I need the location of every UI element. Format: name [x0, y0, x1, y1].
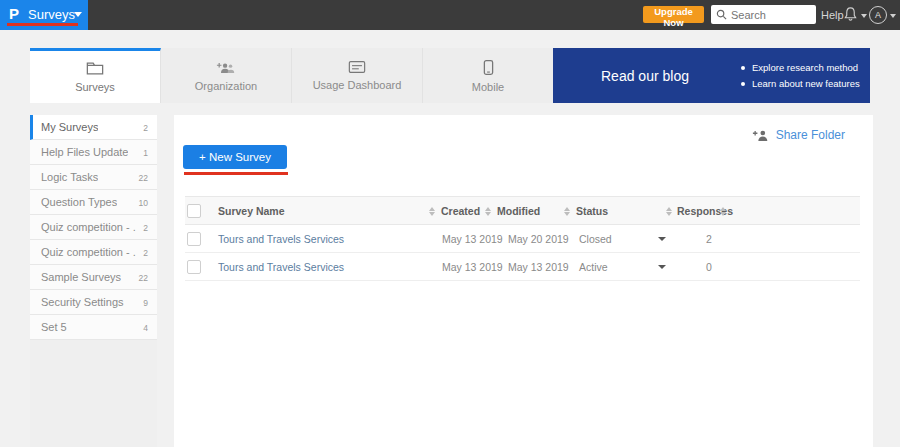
user-avatar[interactable]: A	[869, 6, 887, 24]
table-row: Tours and Travels Services May 13 2019 M…	[185, 225, 860, 253]
red-underline-annotation	[7, 23, 78, 26]
red-underline-annotation	[184, 172, 288, 175]
sidebar-item-count: 2	[143, 248, 148, 258]
share-person-add-icon	[752, 129, 770, 142]
search-box[interactable]	[711, 5, 816, 24]
status-dropdown-caret-icon[interactable]	[658, 265, 666, 269]
sidebar-item-count: 4	[143, 323, 148, 333]
mobile-icon	[483, 59, 494, 76]
row-checkbox[interactable]	[187, 232, 201, 246]
sidebar-item-quiz-competition-2[interactable]: Quiz competition - ... 2	[30, 240, 157, 265]
row-checkbox[interactable]	[187, 260, 201, 274]
tab-label: Usage Dashboard	[313, 79, 402, 91]
sort-icon[interactable]	[666, 207, 673, 216]
sidebar-item-label: Help Files Update	[41, 146, 128, 158]
bell-dropdown-caret-icon[interactable]	[861, 14, 867, 18]
col-created[interactable]: Created	[441, 205, 480, 217]
proprofs-logo-icon: P	[9, 5, 19, 22]
sidebar-item-question-types[interactable]: Question Types 10	[30, 190, 157, 215]
responses-count: 0	[706, 261, 712, 273]
modified-date: May 20 2019	[508, 233, 569, 245]
blog-banner-title: Read our blog	[601, 68, 689, 84]
tab-usage-dashboard[interactable]: Usage Dashboard	[292, 48, 423, 103]
share-folder-label: Share Folder	[776, 128, 845, 142]
survey-name-link[interactable]: Tours and Travels Services	[218, 261, 344, 273]
search-icon	[716, 9, 727, 20]
created-date: May 13 2019	[442, 261, 503, 273]
chevron-down-icon	[74, 12, 82, 17]
notifications-bell-icon[interactable]	[843, 6, 858, 26]
sort-icon[interactable]	[564, 207, 571, 216]
sidebar-item-count: 1	[143, 148, 148, 158]
modified-date: May 13 2019	[508, 261, 569, 273]
sidebar-item-label: Set 5	[41, 321, 67, 333]
status-value: Active	[579, 261, 608, 273]
sidebar-item-count: 10	[139, 198, 148, 208]
product-menu-label: Surveys	[28, 7, 75, 22]
tab-label: Surveys	[75, 81, 115, 93]
sidebar-item-my-surveys[interactable]: My Surveys 2	[30, 115, 157, 140]
sidebar-item-set-5[interactable]: Set 5 4	[30, 315, 157, 340]
table-header-row: Survey Name Created Modified Status Resp…	[185, 196, 860, 225]
sidebar-item-security-settings[interactable]: Security Settings 9	[30, 290, 157, 315]
blog-bullet: Explore research method	[741, 60, 860, 76]
surveys-table: Survey Name Created Modified Status Resp…	[185, 196, 860, 281]
sidebar-item-count: 2	[143, 123, 148, 133]
tab-organization[interactable]: Organization	[161, 48, 292, 103]
top-bar: P Surveys Upgrade Now Help A	[0, 0, 900, 30]
surveys-content-panel: Share Folder + New Survey Survey Name Cr…	[174, 115, 873, 447]
responses-count: 2	[706, 233, 712, 245]
sort-icon[interactable]	[429, 207, 436, 216]
sidebar-item-count: 22	[139, 273, 148, 283]
help-link[interactable]: Help	[821, 9, 844, 21]
sidebar-item-label: Logic Tasks	[41, 171, 98, 183]
sidebar-item-count: 9	[143, 298, 148, 308]
status-dropdown-caret-icon[interactable]	[658, 237, 666, 241]
col-modified[interactable]: Modified	[497, 205, 540, 217]
table-row: Tours and Travels Services May 13 2019 M…	[185, 253, 860, 281]
col-status[interactable]: Status	[576, 205, 608, 217]
sort-icon[interactable]	[720, 207, 727, 216]
survey-name-link[interactable]: Tours and Travels Services	[218, 233, 344, 245]
sidebar-item-label: Sample Surveys	[41, 271, 121, 283]
primary-tabs: Surveys Organization Usage Dashboard Mob…	[30, 48, 554, 103]
tab-surveys[interactable]: Surveys	[30, 48, 161, 103]
created-date: May 13 2019	[442, 233, 503, 245]
app-window: P Surveys Upgrade Now Help A Surveys	[0, 0, 900, 447]
sidebar-item-label: Security Settings	[41, 296, 124, 308]
sidebar-item-help-files-update[interactable]: Help Files Update 1	[30, 140, 157, 165]
avatar-dropdown-caret-icon[interactable]	[890, 14, 896, 18]
people-add-icon	[216, 60, 236, 75]
sidebar-item-count: 22	[139, 173, 148, 183]
new-survey-button[interactable]: + New Survey	[183, 145, 287, 169]
sort-icon[interactable]	[485, 207, 492, 216]
status-value: Closed	[579, 233, 612, 245]
sidebar-item-sample-surveys[interactable]: Sample Surveys 22	[30, 265, 157, 290]
folder-icon	[86, 61, 104, 76]
col-survey-name: Survey Name	[218, 205, 285, 217]
blog-bullet-list: Explore research method Learn about new …	[741, 60, 860, 92]
dashboard-icon	[348, 60, 366, 74]
sidebar-item-quiz-competition-1[interactable]: Quiz competition - ... 2	[30, 215, 157, 240]
folders-sidebar: My Surveys 2 Help Files Update 1 Logic T…	[30, 115, 157, 447]
sidebar-item-count: 2	[143, 223, 148, 233]
search-input[interactable]	[731, 9, 811, 21]
tab-label: Mobile	[472, 81, 504, 93]
sidebar-item-label: My Surveys	[41, 121, 98, 133]
sidebar-item-label: Question Types	[41, 196, 117, 208]
select-all-checkbox[interactable]	[187, 204, 201, 218]
sidebar-item-logic-tasks[interactable]: Logic Tasks 22	[30, 165, 157, 190]
share-folder-link[interactable]: Share Folder	[752, 128, 845, 142]
sidebar-item-label: Quiz competition - ...	[41, 246, 136, 258]
product-switcher[interactable]: P Surveys	[0, 0, 88, 30]
tab-mobile[interactable]: Mobile	[423, 48, 554, 103]
blog-bullet: Learn about new features	[741, 76, 860, 92]
read-our-blog-banner[interactable]: Read our blog Explore research method Le…	[553, 48, 870, 103]
upgrade-now-button[interactable]: Upgrade Now	[643, 6, 704, 23]
sidebar-item-label: Quiz competition - ...	[41, 221, 136, 233]
tab-label: Organization	[195, 80, 257, 92]
